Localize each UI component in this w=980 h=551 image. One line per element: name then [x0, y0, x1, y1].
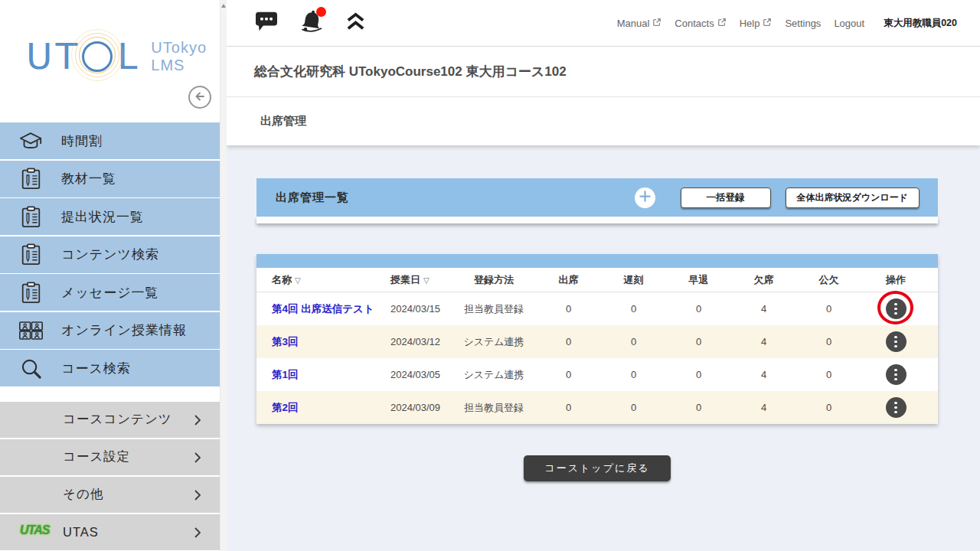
- collapse-topbar-icon[interactable]: [345, 11, 366, 34]
- kebab-dot: [894, 406, 897, 409]
- logo-letter-o: [82, 41, 113, 72]
- topbar-nav: Manual Contacts Help: [617, 17, 957, 30]
- left-early-count: 0: [666, 369, 731, 380]
- col-header-class-date[interactable]: 授業日▽: [390, 273, 452, 287]
- course-title-row: 総合文化研究科 UTokyoCourse102 東大用コース102: [227, 47, 980, 97]
- nav-link-settings[interactable]: Settings: [785, 18, 821, 29]
- table-row: 第2回 2024/03/09 担当教員登録 0 0 0 4 0: [256, 391, 938, 424]
- attendance-record-link[interactable]: 第2回: [272, 402, 299, 413]
- sidebar-collapse-button[interactable]: [188, 86, 211, 109]
- sidebar-item-materials[interactable]: 教材一覧: [0, 161, 220, 197]
- logo-area: U T L UTokyo LMS: [0, 0, 220, 122]
- col-header-late: 遅刻: [601, 273, 666, 287]
- left-early-count: 0: [666, 402, 731, 413]
- kebab-dot: [894, 336, 897, 339]
- class-date: 2024/03/05: [390, 369, 452, 380]
- graduation-cap-icon: [0, 131, 61, 152]
- registration-method: 担当教員登録: [452, 302, 536, 316]
- attendance-panel-header: 出席管理一覧 一括登録 全体出席状況ダウンロード: [256, 178, 938, 217]
- add-attendance-button[interactable]: [635, 187, 655, 208]
- present-count: 0: [536, 369, 601, 380]
- row-actions-menu-button[interactable]: [886, 397, 906, 418]
- kebab-dot: [894, 308, 897, 311]
- attendance-record-link[interactable]: 第3回: [272, 336, 299, 347]
- course-title: 総合文化研究科 UTokyoCourse102 東大用コース102: [254, 63, 567, 80]
- late-count: 0: [601, 336, 666, 347]
- kebab-dot: [894, 373, 897, 377]
- kebab-dot: [894, 312, 897, 315]
- nav-link-label: Manual: [617, 18, 650, 29]
- sidebar-item-messages[interactable]: メッセージ一覧: [0, 274, 220, 311]
- registration-method: システム連携: [452, 335, 536, 349]
- sidebar-item-label: コース設定: [63, 448, 130, 465]
- download-all-attendance-button[interactable]: 全体出席状況ダウンロード: [786, 187, 920, 208]
- attendance-record-link[interactable]: 第1回: [272, 369, 299, 380]
- sidebar-item-label: UTAS: [63, 525, 99, 540]
- chevron-right-icon: [194, 527, 201, 542]
- topbar-icons: [255, 9, 366, 37]
- sidebar-item-label: メッセージ一覧: [61, 284, 159, 302]
- sidebar-item-submissions[interactable]: 提出状況一覧: [0, 198, 220, 235]
- notifications-bell-icon[interactable]: [299, 9, 325, 37]
- left-early-count: 0: [666, 336, 731, 347]
- sidebar-item-label: 時間割: [61, 132, 103, 150]
- bulk-register-button[interactable]: 一括登録: [681, 187, 771, 208]
- sidebar-menu: 時間割 教材一覧 提出状況一覧: [0, 122, 220, 550]
- sort-icon[interactable]: ▽: [295, 276, 301, 285]
- absent-count: 4: [731, 402, 796, 413]
- chat-icon[interactable]: [255, 11, 278, 35]
- kebab-dot: [894, 345, 897, 348]
- sidebar-item-utas[interactable]: UTAS UTAS: [0, 514, 220, 550]
- nav-link-help[interactable]: Help: [740, 18, 773, 29]
- nav-link-label: Contacts: [675, 18, 714, 29]
- table-header-row: 名称▽ 授業日▽ 登録方法 出席 遅刻 早退 欠席 公欠 操作: [256, 268, 938, 292]
- menu-section-divider: [0, 388, 220, 402]
- chevron-right-icon: [194, 452, 201, 467]
- utol-logo: U T L UTokyo LMS: [26, 35, 207, 77]
- col-header-registration-method: 登録方法: [452, 273, 536, 287]
- col-header-name[interactable]: 名称▽: [272, 273, 390, 287]
- late-count: 0: [601, 369, 666, 380]
- clipboard-icon: [0, 243, 61, 266]
- nav-link-logout[interactable]: Logout: [834, 18, 864, 29]
- sidebar-item-online-class-info[interactable]: オンライン授業情報: [0, 312, 220, 349]
- scrollbar-up-arrow-icon[interactable]: [221, 4, 226, 8]
- nav-link-label: Help: [740, 18, 760, 29]
- utas-logo-icon: UTAS: [20, 523, 49, 537]
- row-actions-menu-button[interactable]: [886, 331, 906, 352]
- sidebar-item-course-settings[interactable]: コース設定: [0, 439, 220, 475]
- kebab-dot: [894, 411, 897, 414]
- present-count: 0: [536, 303, 601, 315]
- nav-link-contacts[interactable]: Contacts: [675, 18, 726, 29]
- sidebar-item-course-contents[interactable]: コースコンテンツ: [0, 402, 220, 438]
- panel-title: 出席管理一覧: [276, 191, 635, 205]
- external-link-icon: [652, 18, 662, 29]
- excused-count: 0: [796, 402, 861, 413]
- attendance-record-link[interactable]: 第4回 出席送信テスト: [272, 303, 374, 315]
- back-to-course-top-button[interactable]: コーストップに戻る: [524, 455, 671, 481]
- sidebar-item-content-search[interactable]: コンテンツ検索: [0, 236, 220, 273]
- sidebar-item-label: コンテンツ検索: [61, 246, 159, 263]
- sidebar-item-label: その他: [63, 486, 103, 503]
- sidebar-item-others[interactable]: その他: [0, 477, 220, 513]
- sidebar-item-label: コースコンテンツ: [63, 411, 172, 428]
- nav-link-manual[interactable]: Manual: [617, 18, 662, 29]
- class-date: 2024/03/09: [390, 402, 452, 413]
- arrow-left-icon: [194, 90, 206, 105]
- kebab-dot: [894, 378, 897, 381]
- sidebar-item-timetable[interactable]: 時間割: [0, 122, 220, 159]
- nav-link-label: Logout: [834, 18, 864, 29]
- sidebar-scrollbar[interactable]: [220, 0, 227, 551]
- online-class-icon: [0, 321, 61, 341]
- search-icon: [0, 357, 61, 380]
- sort-icon[interactable]: ▽: [423, 276, 430, 285]
- sidebar-item-course-search[interactable]: コース検索: [0, 350, 220, 386]
- topbar: Manual Contacts Help: [227, 0, 980, 47]
- late-count: 0: [601, 303, 666, 315]
- row-actions-menu-button[interactable]: [886, 364, 906, 385]
- sidebar-item-label: 教材一覧: [61, 170, 116, 187]
- attendance-panel: 出席管理一覧 一括登録 全体出席状況ダウンロード: [256, 178, 938, 223]
- row-actions-menu-button[interactable]: [886, 298, 906, 319]
- logo-subtitle: UTokyo LMS: [151, 39, 207, 74]
- sidebar-item-label: 提出状況一覧: [61, 208, 144, 226]
